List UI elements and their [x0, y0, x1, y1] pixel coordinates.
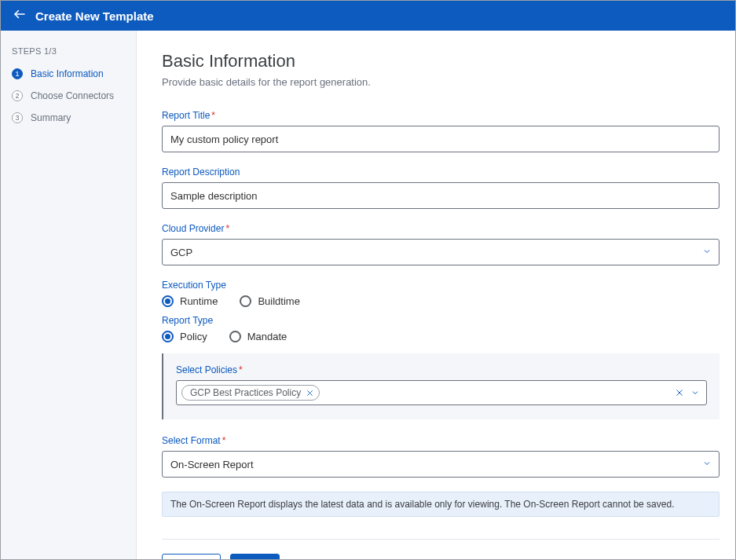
report-title-input[interactable] [162, 126, 720, 152]
divider [162, 539, 720, 540]
chip-remove-icon[interactable] [306, 389, 314, 397]
field-report-type: Report Type Policy Mandate [162, 315, 720, 342]
select-policies-panel: Select Policies* GCP Best Practices Poli… [162, 353, 720, 419]
radio-icon [240, 295, 251, 307]
select-policies-input[interactable]: GCP Best Practices Policy [176, 380, 707, 405]
field-execution-type: Execution Type Runtime Buildtime [162, 280, 720, 307]
header-bar: Create New Template [1, 1, 735, 31]
step-basic-information[interactable]: 1 Basic Information [12, 68, 125, 79]
report-type-radios: Policy Mandate [162, 331, 720, 342]
policy-chip: GCP Best Practices Policy [181, 385, 320, 401]
step-number: 1 [12, 68, 23, 79]
field-report-description: Report Description [162, 167, 720, 209]
radio-icon [229, 331, 241, 342]
field-select-format: Select Format* [162, 435, 720, 478]
step-number: 2 [12, 90, 23, 101]
radio-mandate[interactable]: Mandate [229, 331, 287, 342]
field-report-title: Report Title* [162, 110, 720, 152]
field-cloud-provider: Cloud Provider* [162, 223, 720, 265]
select-policies-label: Select Policies* [176, 364, 707, 375]
step-number: 3 [12, 112, 23, 123]
required-mark: * [222, 435, 226, 446]
radio-label: Mandate [247, 331, 287, 342]
radio-icon [162, 295, 174, 307]
main-panel: Basic Information Provide basic details … [137, 31, 735, 559]
chip-label: GCP Best Practices Policy [190, 387, 301, 398]
body: STEPS 1/3 1 Basic Information 2 Choose C… [1, 31, 735, 559]
next-button[interactable]: Next [230, 554, 280, 559]
step-label: Summary [31, 112, 71, 123]
app-frame: Create New Template STEPS 1/3 1 Basic In… [0, 0, 736, 560]
radio-runtime[interactable]: Runtime [162, 295, 218, 307]
wizard-sidebar: STEPS 1/3 1 Basic Information 2 Choose C… [1, 31, 137, 559]
report-type-label: Report Type [162, 315, 720, 326]
label-text: Select Format [162, 435, 221, 446]
required-mark: * [211, 110, 215, 121]
arrow-left-icon [13, 7, 27, 24]
label-text: Cloud Provider [162, 223, 224, 234]
page-header-title: Create New Template [35, 9, 154, 23]
cloud-provider-label: Cloud Provider* [162, 223, 720, 234]
clear-all-icon[interactable] [675, 388, 684, 397]
select-format-value[interactable] [162, 451, 720, 478]
required-mark: * [239, 364, 243, 375]
report-description-input[interactable] [162, 182, 720, 209]
radio-label: Policy [180, 331, 207, 342]
step-choose-connectors[interactable]: 2 Choose Connectors [12, 90, 125, 101]
multiselect-actions [675, 388, 700, 397]
cloud-provider-select[interactable] [162, 239, 720, 265]
required-mark: * [225, 223, 229, 234]
label-text: Report Title [162, 110, 210, 121]
page-title: Basic Information [162, 51, 720, 71]
page-subtitle: Provide basic details for the report gen… [162, 76, 720, 88]
radio-icon [162, 331, 174, 342]
label-text: Select Policies [176, 364, 237, 375]
report-title-label: Report Title* [162, 110, 720, 121]
chevron-down-icon[interactable] [690, 388, 700, 397]
info-banner: The On-Screen Report displays the latest… [162, 492, 720, 517]
select-format-dropdown[interactable] [162, 451, 720, 478]
step-label: Choose Connectors [31, 90, 114, 101]
step-summary[interactable]: 3 Summary [12, 112, 125, 123]
radio-label: Buildtime [258, 295, 299, 307]
cancel-button[interactable]: Cancel [162, 554, 221, 559]
execution-type-radios: Runtime Buildtime [162, 295, 720, 307]
execution-type-label: Execution Type [162, 280, 720, 291]
select-format-label: Select Format* [162, 435, 720, 446]
report-description-label: Report Description [162, 167, 720, 178]
back-button[interactable] [10, 7, 29, 24]
cloud-provider-value[interactable] [162, 239, 720, 265]
step-label: Basic Information [31, 68, 104, 79]
radio-label: Runtime [180, 295, 218, 307]
radio-policy[interactable]: Policy [162, 331, 207, 342]
steps-counter: STEPS 1/3 [12, 46, 125, 56]
footer-buttons: Cancel Next [162, 554, 720, 559]
radio-buildtime[interactable]: Buildtime [240, 295, 299, 307]
